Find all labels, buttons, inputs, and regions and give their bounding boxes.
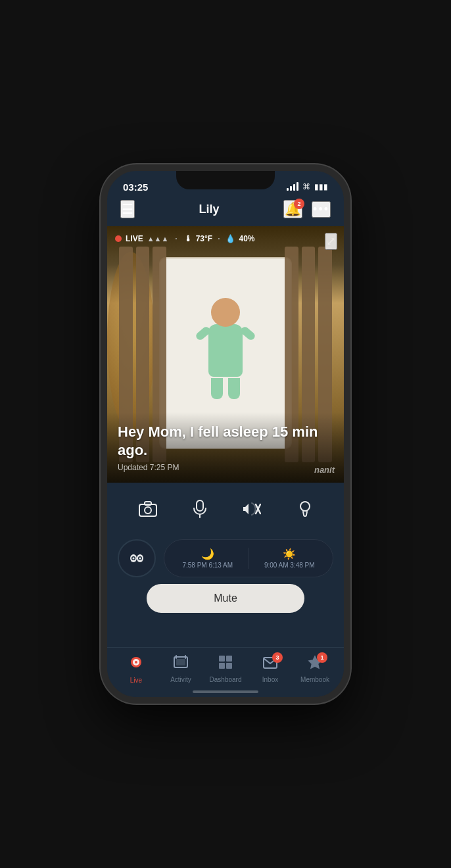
camera-overlay: Hey Mom, I fell asleep 15 min ago. Updat… <box>107 412 344 483</box>
phone-notch <box>176 171 275 189</box>
nav-live[interactable]: Live <box>116 654 156 684</box>
day-times: 9:00 AM 3:48 PM <box>264 562 315 569</box>
membook-nav-icon: 1 <box>308 655 322 673</box>
camera-image: LIVE ▲▲▲ · 🌡 73°F · 💧 40% ⤢ Hey Mom, I f… <box>107 226 344 483</box>
membook-nav-label: Membook <box>300 676 329 683</box>
app-header: ☰ Lily 🔔 2 ••• <box>107 200 344 226</box>
activity-nav-icon <box>174 655 188 673</box>
owl-button[interactable] <box>118 539 156 577</box>
svg-rect-24 <box>226 663 232 669</box>
night-sleep-period: 🌙 7:58 PM 6:13 AM <box>175 548 249 569</box>
mute-sound-button[interactable] <box>237 496 266 526</box>
bottom-nav: Live Activity <box>107 647 344 697</box>
nav-dashboard[interactable]: Dashboard <box>206 655 245 683</box>
wifi-icon: ⌘ <box>302 182 310 191</box>
nanit-watermark: nanit <box>314 465 335 475</box>
svg-rect-2 <box>145 502 151 505</box>
sleep-status-message: Hey Mom, I fell asleep 15 min ago. <box>118 423 333 460</box>
signal-strength: ▲▲▲ <box>147 235 169 243</box>
home-indicator <box>193 690 258 693</box>
svg-point-16 <box>135 661 137 663</box>
dashboard-nav-label: Dashboard <box>210 676 242 683</box>
svg-point-12 <box>133 558 135 560</box>
header-actions: 🔔 2 ••• <box>283 200 331 218</box>
phone-frame: 03:25 ⌘ ▮▮▮ ☰ Lily 🔔 2 ••• <box>101 164 350 704</box>
svg-point-13 <box>139 558 141 560</box>
droplet-icon: 💧 <box>226 234 235 243</box>
status-time: 03:25 <box>123 181 148 193</box>
light-button[interactable] <box>292 494 318 527</box>
page-title: Lily <box>199 203 220 216</box>
status-icons: ⌘ ▮▮▮ <box>287 182 328 191</box>
svg-point-1 <box>145 507 151 514</box>
microphone-button[interactable] <box>188 494 212 527</box>
live-nav-icon <box>128 654 144 674</box>
menu-button[interactable]: ☰ <box>120 200 135 218</box>
dashboard-nav-icon <box>218 655 233 673</box>
updated-time: Updated 7:25 PM <box>118 463 333 472</box>
camera-feed[interactable]: LIVE ▲▲▲ · 🌡 73°F · 💧 40% ⤢ Hey Mom, I f… <box>107 226 344 483</box>
thermometer-icon: 🌡 <box>184 234 192 243</box>
membook-badge: 1 <box>317 652 327 663</box>
svg-rect-21 <box>219 656 225 662</box>
inbox-nav-label: Inbox <box>262 676 278 683</box>
signal-icon <box>287 183 298 191</box>
svg-rect-23 <box>219 663 225 669</box>
day-sleep-period: ☀️ 9:00 AM 3:48 PM <box>249 548 323 569</box>
inbox-badge: 3 <box>272 652 283 663</box>
notification-badge: 2 <box>294 199 304 209</box>
inbox-nav-icon: 3 <box>263 655 277 673</box>
temperature-value: 73°F <box>196 234 212 243</box>
notification-button[interactable]: 🔔 2 <box>283 200 302 218</box>
nav-activity[interactable]: Activity <box>161 655 201 683</box>
sleep-section: 🌙 7:58 PM 6:13 AM ☀️ 9:00 AM 3:48 PM <box>107 539 344 584</box>
expand-button[interactable]: ⤢ <box>325 233 337 250</box>
more-menu-button[interactable]: ••• <box>312 201 331 218</box>
night-times: 7:58 PM 6:13 AM <box>182 562 233 569</box>
mute-section: Mute <box>107 584 344 623</box>
sun-icon: ☀️ <box>283 548 296 560</box>
mute-button[interactable]: Mute <box>147 584 304 613</box>
controls-row <box>107 483 344 539</box>
battery-icon: ▮▮▮ <box>314 182 328 191</box>
moon-icon: 🌙 <box>201 548 214 560</box>
live-dot <box>115 235 122 242</box>
svg-rect-0 <box>139 504 156 516</box>
nav-inbox[interactable]: 3 Inbox <box>250 655 290 683</box>
screenshot-button[interactable] <box>133 496 162 526</box>
activity-nav-label: Activity <box>170 676 191 683</box>
live-overlay: LIVE ▲▲▲ · 🌡 73°F · 💧 40% <box>115 234 255 243</box>
svg-point-7 <box>300 502 310 511</box>
live-label: LIVE <box>126 234 143 243</box>
svg-rect-22 <box>226 656 232 662</box>
nav-membook[interactable]: 1 Membook <box>295 655 335 683</box>
live-nav-label: Live <box>130 677 142 684</box>
sleep-timeline: 🌙 7:58 PM 6:13 AM ☀️ 9:00 AM 3:48 PM <box>164 539 333 577</box>
humidity-value: 40% <box>239 234 255 243</box>
svg-rect-3 <box>197 500 203 511</box>
svg-rect-18 <box>176 659 185 665</box>
